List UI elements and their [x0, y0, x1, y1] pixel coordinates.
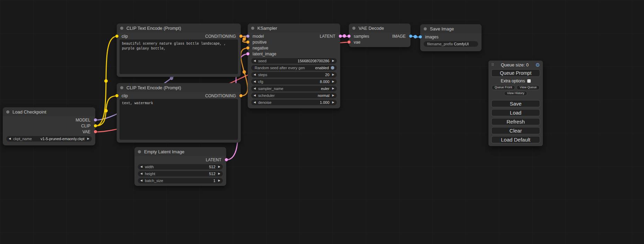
- collapse-toggle-icon[interactable]: [138, 150, 141, 153]
- node-ksampler[interactable]: KSampler model LATENT positive negative …: [248, 24, 340, 108]
- widget-ckpt-name[interactable]: ckpt_name v1-5-pruned-emaonly.ckpt: [6, 136, 92, 142]
- queue-front-button[interactable]: Queue Front: [492, 85, 515, 90]
- node-vae-decode[interactable]: VAE Decode samples IMAGE vae: [349, 24, 411, 47]
- node-load-checkpoint[interactable]: Load Checkpoint MODEL CLIP VAE ckpt_name…: [3, 107, 95, 145]
- decrement-arrow-icon[interactable]: [140, 165, 142, 168]
- decrement-arrow-icon[interactable]: [254, 87, 256, 90]
- input-label: positive: [253, 40, 267, 45]
- widget-scheduler[interactable]: scheduler normal: [251, 93, 337, 98]
- prompt-textarea[interactable]: text, watermark: [120, 99, 238, 140]
- prompt-textarea[interactable]: beautiful scenery nature glass bottle la…: [120, 39, 238, 74]
- node-title-bar[interactable]: CLIP Text Encode (Prompt): [117, 83, 241, 92]
- output-port-image[interactable]: [409, 35, 412, 38]
- output-port-latent[interactable]: [339, 35, 342, 38]
- wire-midpoint-dot: [170, 76, 173, 80]
- widget-height[interactable]: height 512: [138, 171, 223, 177]
- collapse-toggle-icon[interactable]: [251, 27, 254, 30]
- input-slot-vae: vae: [349, 39, 411, 45]
- save-button[interactable]: Save: [491, 100, 540, 107]
- queue-prompt-button[interactable]: Queue Prompt: [491, 69, 540, 77]
- node-title-bar[interactable]: Save Image: [420, 24, 482, 33]
- input-port-images[interactable]: [419, 35, 422, 38]
- node-title-bar[interactable]: KSampler: [248, 24, 340, 33]
- input-label: negative: [253, 46, 268, 51]
- collapse-toggle-icon[interactable]: [352, 27, 355, 30]
- node-clip-text-encode-positive[interactable]: CLIP Text Encode (Prompt) clip CONDITION…: [117, 24, 241, 77]
- output-label: IMAGE: [392, 34, 406, 39]
- input-port-clip[interactable]: [115, 94, 118, 97]
- decrement-arrow-icon[interactable]: [254, 80, 256, 83]
- view-history-button[interactable]: View History: [504, 91, 528, 96]
- input-port-negative[interactable]: [246, 46, 249, 49]
- node-title-bar[interactable]: VAE Decode: [349, 24, 411, 33]
- widget-value: normal: [318, 93, 329, 98]
- widget-random-seed-toggle[interactable]: Random seed after every gen enabled: [251, 65, 337, 71]
- decrement-arrow-icon[interactable]: [254, 73, 256, 76]
- output-label: LATENT: [206, 157, 221, 162]
- input-port-positive[interactable]: [246, 40, 249, 44]
- extra-options-checkbox[interactable]: [527, 79, 531, 83]
- decrement-arrow-icon[interactable]: [254, 60, 256, 62]
- drag-handle-icon[interactable]: [491, 63, 494, 67]
- widget-denoise[interactable]: denoise 1.000: [251, 100, 337, 105]
- load-default-button[interactable]: Load Default: [491, 136, 540, 143]
- widget-value: 156680208700286: [298, 59, 329, 63]
- increment-arrow-icon[interactable]: [332, 101, 334, 104]
- input-port-samples[interactable]: [347, 35, 351, 38]
- increment-arrow-icon[interactable]: [218, 172, 220, 175]
- output-slot-latent: LATENT: [134, 157, 226, 163]
- widget-steps[interactable]: steps 20: [251, 72, 337, 78]
- output-port-model[interactable]: [94, 118, 97, 121]
- widget-batch-size[interactable]: batch_size 1: [138, 178, 223, 183]
- increment-arrow-icon[interactable]: [332, 60, 334, 62]
- output-port-conditioning[interactable]: [239, 94, 242, 97]
- output-port-latent[interactable]: [225, 158, 228, 161]
- widget-cfg[interactable]: cfg 8.000: [251, 79, 337, 84]
- collapse-toggle-icon[interactable]: [424, 27, 427, 30]
- decrement-arrow-icon[interactable]: [140, 172, 142, 175]
- input-port-latent-image[interactable]: [246, 52, 249, 55]
- increment-arrow-icon[interactable]: [218, 165, 220, 168]
- decrement-arrow-icon[interactable]: [254, 101, 256, 104]
- decrement-arrow-icon[interactable]: [9, 137, 11, 140]
- input-label: model: [253, 34, 264, 39]
- input-port-model[interactable]: [246, 35, 249, 38]
- output-port-conditioning[interactable]: [239, 35, 242, 38]
- increment-arrow-icon[interactable]: [332, 80, 334, 83]
- node-title-bar[interactable]: CLIP Text Encode (Prompt): [117, 24, 241, 33]
- input-slot-negative: negative: [248, 45, 340, 51]
- extra-options-label: Extra options: [501, 79, 525, 83]
- widget-seed[interactable]: seed 156680208700286: [251, 58, 337, 64]
- load-button[interactable]: Load: [491, 109, 540, 116]
- widget-sampler-name[interactable]: sampler_name euler: [251, 86, 337, 91]
- settings-gear-icon[interactable]: [536, 62, 540, 67]
- node-title-bar[interactable]: Empty Latent Image: [134, 147, 226, 156]
- collapse-toggle-icon[interactable]: [120, 27, 123, 30]
- node-title-bar[interactable]: Load Checkpoint: [3, 107, 95, 116]
- refresh-button[interactable]: Refresh: [491, 118, 540, 125]
- decrement-arrow-icon[interactable]: [140, 179, 142, 182]
- node-empty-latent-image[interactable]: Empty Latent Image LATENT width 512 heig…: [134, 147, 226, 186]
- clear-button[interactable]: Clear: [491, 127, 540, 134]
- increment-arrow-icon[interactable]: [218, 179, 220, 182]
- widget-label: filename_prefix: [427, 42, 453, 46]
- collapse-toggle-icon[interactable]: [6, 110, 9, 114]
- increment-arrow-icon[interactable]: [87, 137, 89, 140]
- input-port-clip[interactable]: [115, 35, 118, 38]
- node-clip-text-encode-negative[interactable]: CLIP Text Encode (Prompt) clip CONDITION…: [117, 83, 241, 143]
- output-label: LATENT: [320, 34, 335, 39]
- collapse-toggle-icon[interactable]: [120, 86, 123, 89]
- toggle-on-icon[interactable]: [331, 66, 334, 70]
- node-save-image[interactable]: Save Image images filename_prefix ComfyU…: [420, 24, 482, 51]
- widget-width[interactable]: width 512: [138, 164, 223, 170]
- output-port-vae[interactable]: [94, 130, 97, 133]
- widget-filename-prefix[interactable]: filename_prefix ComfyUI: [424, 41, 478, 47]
- increment-arrow-icon[interactable]: [332, 73, 334, 76]
- increment-arrow-icon[interactable]: [332, 94, 334, 97]
- view-queue-button[interactable]: View Queue: [517, 85, 540, 90]
- increment-arrow-icon[interactable]: [332, 87, 334, 90]
- node-canvas[interactable]: { "colors": { "model": "#B39DDB", "clip"…: [0, 0, 644, 244]
- input-port-vae[interactable]: [347, 40, 351, 44]
- output-port-clip[interactable]: [94, 124, 97, 127]
- decrement-arrow-icon[interactable]: [254, 94, 256, 97]
